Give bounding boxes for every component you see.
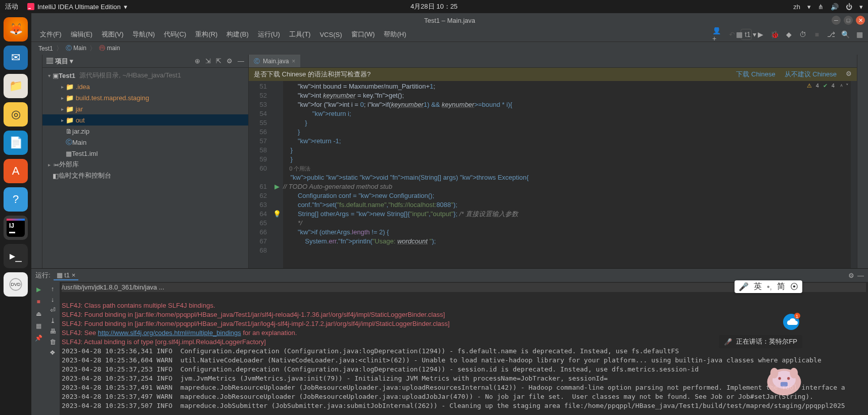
inspection-indicator[interactable]: ⚠4 ✔4 ＾ ˅ [807,82,849,90]
intellij-icon [27,3,34,10]
crumb-method[interactable]: ⓜ main [96,43,123,54]
menu-file[interactable]: 文件(F) [35,30,66,39]
git-icon[interactable]: ⎇ [826,29,837,40]
tree-main[interactable]: Ⓒ Main [42,137,248,148]
menu-navigate[interactable]: 导航(N) [128,30,159,39]
svg-point-11 [779,377,781,380]
settings-icon[interactable]: ⚙ [226,57,233,65]
print-icon[interactable]: 🖶 [50,327,56,335]
tree-jarzip[interactable]: 🗎 jar.zip [42,126,248,137]
rerun-icon[interactable]: ▶ [34,285,43,294]
dock-terminal[interactable]: ▸_ [4,244,28,268]
tree-build[interactable]: ▸build.test.mapred.staging [42,92,248,103]
dock-files[interactable]: 📁 [4,74,28,98]
menu-help[interactable]: 帮助(H) [379,30,410,39]
collapse-icon[interactable]: ⇱ [216,57,221,65]
crumb-project[interactable]: Test1 [35,44,56,53]
console-output[interactable]: /usr/lib/jvm/jdk1.8.0_361/bin/java ... S… [60,282,868,415]
dock-intellij[interactable]: IJ [4,216,28,240]
dock-disc[interactable]: DVD [4,272,28,297]
volume-icon[interactable]: 🔊 [831,3,839,11]
tree-ext[interactable]: ▸⫘ 外部库 [42,159,248,170]
run-button-icon[interactable]: ▶ [755,29,766,40]
layout-icon[interactable]: ▦ [34,321,43,330]
inspection-banner: 是否下载 Chinese 的语法和拼写检查器? 下载 Chinese 从不建议 … [249,68,857,81]
gnome-topbar: 活动 IntelliJ IDEA Ultimate Edition ▾ 4月28… [0,0,868,13]
tree-root[interactable]: ▾▣ Test1源代码根目录, ~/HBase_java/Test1 [42,70,248,81]
system-tray[interactable]: zh▾ ⋔ 🔊 ⏻▾ [793,3,863,11]
svg-rect-5 [7,219,25,221]
crumb-class[interactable]: Ⓒ Main [63,43,89,54]
dock-rhythmbox[interactable]: ◎ [4,102,28,127]
tree-jar[interactable]: ▸jar [42,103,248,114]
menu-tools[interactable]: 工具(T) [285,30,315,39]
up-icon[interactable]: ↑ [51,285,55,293]
clear-icon[interactable]: 🗑 [50,338,56,346]
banner-gear-icon[interactable]: ⚙ [846,70,852,79]
run-label: 运行: [35,271,51,280]
banner-download[interactable]: 下载 Chinese [736,70,775,79]
lang-indicator[interactable]: zh [793,3,800,11]
pin-icon[interactable]: 📌 [34,334,43,343]
tab-main-java[interactable]: ⒸMain.java × [249,55,300,67]
run-tab[interactable]: ▦ t1 × [54,271,79,280]
ime-indicator[interactable]: 🎤 英 •, 简 ⦿ [735,280,802,293]
run-hide-icon[interactable]: — [857,272,864,279]
dock-help[interactable]: ? [4,187,28,212]
profile-button-icon[interactable]: ⏱ [797,29,808,40]
dock-thunderbird[interactable]: ✉ [4,46,28,70]
tab-close-icon[interactable]: × [292,58,295,65]
settings-icon[interactable]: ▦ [854,29,865,40]
debug-button-icon[interactable]: 🐞 [769,29,780,40]
scroll-icon[interactable]: ⤓ [50,317,56,324]
softwrap-icon[interactable]: ⏎ [50,306,56,314]
stop-icon[interactable]: ■ [34,297,43,306]
menu-refactor[interactable]: 重构(R) [191,30,222,39]
svg-rect-0 [27,3,34,10]
run-settings-icon[interactable]: ⚙ [848,272,854,279]
run-gutter-icon[interactable]: ▶ [275,183,280,190]
mascot-icon[interactable] [762,355,806,400]
menu-code[interactable]: 代码(C) [159,30,191,39]
banner-never[interactable]: 从不建议 Chinese [785,70,837,79]
tree-idea[interactable]: ▸.idea [42,81,248,92]
search-icon[interactable]: 🔍 [840,29,851,40]
expand-icon[interactable]: ⇲ [205,57,211,65]
power-icon[interactable]: ⏻ [846,3,852,11]
run-config-selector[interactable]: ▦ t1 ▾ [741,29,752,40]
dock-firefox[interactable]: 🦊 [4,17,28,42]
menu-view[interactable]: 视图(V) [97,30,128,39]
more-icon[interactable]: ❖ [50,349,56,356]
locate-icon[interactable]: ⊕ [195,57,200,65]
appmenu[interactable]: IntelliJ IDEA Ultimate Edition ▾ [27,3,127,11]
svg-rect-15 [781,382,788,387]
coverage-button-icon[interactable]: ◆ [783,29,794,40]
window-titlebar: Test1 – Main.java ─ □ ✕ [31,13,868,27]
tree-iml[interactable]: ▦ Test1.iml [42,148,248,159]
hide-icon[interactable]: — [238,57,244,65]
menu-build[interactable]: 构建(B) [222,30,253,39]
dock-writer[interactable]: 📄 [4,131,28,155]
cloud-badge-icon[interactable]: 1 [782,313,800,331]
menu-run[interactable]: 运行(U) [253,30,285,39]
menu-vcs[interactable]: VCS(S) [315,31,346,38]
minimize-button[interactable]: ─ [832,16,841,25]
nav-breadcrumbs: Test1〉 Ⓒ Main〉 ⓜ main [31,42,868,55]
menu-edit[interactable]: 编辑(E) [66,30,97,39]
add-user-icon[interactable]: 👤+ [712,29,723,40]
bulb-icon[interactable]: 💡 [273,210,281,218]
menu-window[interactable]: 窗口(W) [347,30,380,39]
stop-button-icon[interactable]: ■ [811,29,823,40]
editor-tabs: ⒸMain.java × [249,55,857,68]
exit-icon[interactable]: ⏏ [34,309,43,318]
network-icon[interactable]: ⋔ [818,3,824,11]
tree-out[interactable]: ▸out [42,114,248,126]
maximize-button[interactable]: □ [844,16,853,25]
close-button[interactable]: ✕ [856,16,865,25]
dock-software[interactable]: A [4,159,28,183]
tree-scratch[interactable]: ◧ 临时文件和控制台 [42,170,248,181]
svg-text:1: 1 [796,314,798,319]
down-icon[interactable]: ↓ [51,296,55,303]
activities-button[interactable]: 活动 [5,2,18,11]
clock[interactable]: 4月28日 10：25 [410,2,458,11]
